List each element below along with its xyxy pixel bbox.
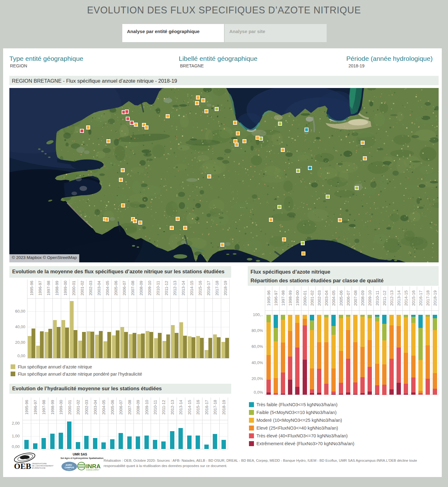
svg-text:DE L'ENVIRONNEMENT: DE L'ENVIRONNEMENT [32,465,53,467]
svg-text:OEB: OEB [14,462,31,471]
svg-text:CAMPUS: CAMPUS [65,466,74,469]
svg-text:OUEST: OUEST [67,469,71,470]
svg-text:EN BRETAGNE: EN BRETAGNE [32,467,46,469]
svg-text:Sol Agro et hydrosystème Spati: Sol Agro et hydrosystème Spatialisation [61,457,104,460]
svg-text:INRA: INRA [86,463,101,470]
svg-text:SCIENCE & IMPACT: SCIENCE & IMPACT [86,469,99,471]
svg-text:UMR SAS: UMR SAS [73,453,87,456]
svg-text:AGRO: AGRO [66,464,72,466]
svg-text:OBSERVATOIRE: OBSERVATOIRE [32,462,47,465]
